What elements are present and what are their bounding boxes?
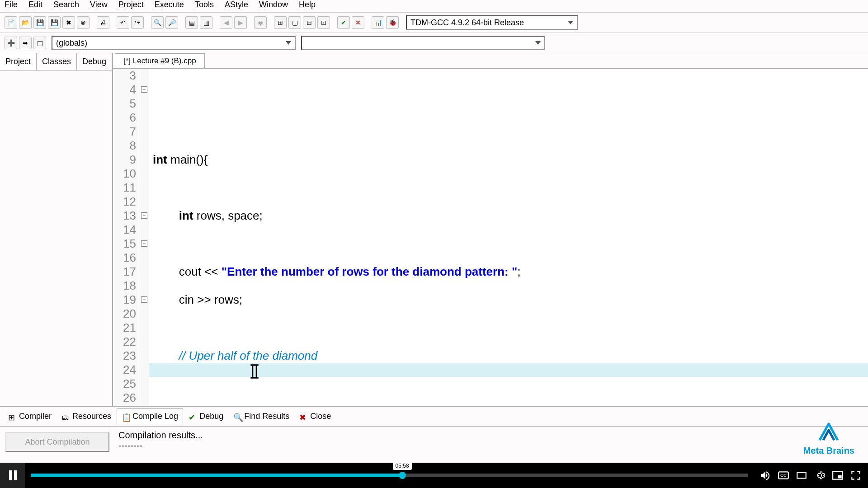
- toolbar-main: 📄 📂 💾 💾 ✖ ⊗ 🖨 ↶ ↷ 🔍 🔎 ▤ ▥ ◀ ▶ ◉ ⊞ ▢ ⊟ ⊡ …: [0, 12, 868, 33]
- scope-globals-label: (globals): [56, 38, 87, 48]
- bottom-tab-close[interactable]: ✖ Close: [295, 408, 335, 424]
- svg-rect-4: [838, 475, 842, 479]
- volume-icon[interactable]: [760, 469, 771, 481]
- find-button[interactable]: 🔍: [151, 16, 164, 29]
- bottom-tab-compiler[interactable]: ⊞ Compiler: [4, 408, 56, 424]
- menu-file[interactable]: File: [5, 0, 18, 9]
- fullscreen-icon[interactable]: [850, 469, 862, 481]
- goto-button[interactable]: ▤: [185, 16, 198, 29]
- compile-button[interactable]: ⊞: [274, 16, 287, 29]
- redo-button[interactable]: ↷: [131, 16, 144, 29]
- scope-globals-dropdown[interactable]: (globals): [52, 36, 296, 50]
- code-content[interactable]: int main(){ int rows, space; cout << "En…: [149, 69, 868, 406]
- fold-column: − − − −: [140, 69, 149, 406]
- watermark-text: Meta Brains: [803, 446, 854, 456]
- chevron-down-icon: [535, 41, 541, 45]
- line-number-gutter: 3456789101112131415161718192021222324252…: [113, 69, 140, 406]
- close-icon: ✖: [299, 413, 307, 421]
- side-tab-debug[interactable]: Debug: [77, 53, 112, 70]
- add-file-button[interactable]: ➡: [19, 37, 32, 49]
- video-progress-thumb[interactable]: [399, 472, 406, 479]
- undo-button[interactable]: ↶: [117, 16, 129, 29]
- fold-toggle-icon[interactable]: −: [141, 212, 147, 219]
- bottom-tab-resources[interactable]: 🗂 Resources: [57, 408, 116, 424]
- toolbar-scope: ➕ ➡ ◫ (globals): [0, 33, 868, 53]
- side-panel: Project Classes Debug: [0, 53, 113, 406]
- print-button[interactable]: 🖨: [97, 16, 109, 29]
- pause-icon: [9, 470, 17, 480]
- grid-icon: ⊞: [8, 413, 16, 421]
- pip-icon[interactable]: [832, 469, 844, 481]
- side-tab-classes[interactable]: Classes: [37, 53, 77, 70]
- menu-astyle[interactable]: AStyle: [225, 0, 248, 9]
- forward-button[interactable]: ▶: [234, 16, 247, 29]
- chevron-down-icon: [286, 41, 291, 45]
- debug-toggle-button[interactable]: 🐞: [386, 16, 399, 29]
- bottom-tab-bar: ⊞ Compiler 🗂 Resources 📋 Compile Log ✔ D…: [0, 406, 868, 427]
- compile-output-text: Compilation results... --------: [115, 427, 868, 463]
- side-tab-project[interactable]: Project: [0, 53, 37, 70]
- abort-compilation-button[interactable]: Abort Compilation: [5, 432, 109, 452]
- menu-view[interactable]: View: [90, 0, 108, 9]
- menu-search[interactable]: Search: [53, 0, 79, 9]
- svg-rect-2: [797, 473, 806, 479]
- video-progress-track[interactable]: 05:58: [31, 474, 748, 477]
- editor-area: [*] Lecture #9 (B).cpp 34567891011121314…: [113, 53, 868, 406]
- insert-button[interactable]: ◉: [254, 16, 267, 29]
- new-file-button[interactable]: 📄: [5, 16, 17, 29]
- bottom-tab-compile-log[interactable]: 📋 Compile Log: [117, 408, 183, 424]
- menu-project[interactable]: Project: [118, 0, 144, 9]
- menu-edit[interactable]: Edit: [28, 0, 42, 9]
- profile-analysis-button[interactable]: 📊: [372, 16, 384, 29]
- mouse-cursor-icon: [249, 363, 260, 381]
- new-project-button[interactable]: ➕: [5, 37, 17, 49]
- menu-execute[interactable]: Execute: [155, 0, 184, 9]
- compile-run-button[interactable]: ⊟: [303, 16, 316, 29]
- close-file-button[interactable]: ✖: [62, 16, 75, 29]
- bookmark-button[interactable]: ◫: [33, 37, 46, 49]
- video-time-tooltip: 05:58: [393, 462, 412, 470]
- check-button[interactable]: ✔: [337, 16, 350, 29]
- video-control-bar: 05:58 CC: [0, 463, 868, 488]
- check-icon: ✔: [189, 413, 197, 421]
- bottom-tab-find-results[interactable]: 🔍 Find Results: [229, 408, 294, 424]
- svg-text:CC: CC: [780, 473, 787, 478]
- compiler-dropdown-label: TDM-GCC 4.9.2 64-bit Release: [410, 18, 524, 28]
- settings-icon[interactable]: [814, 469, 826, 481]
- cancel-button[interactable]: ✖: [352, 16, 364, 29]
- close-all-button[interactable]: ⊗: [77, 16, 90, 29]
- menu-tools[interactable]: Tools: [195, 0, 214, 9]
- menu-help[interactable]: Help: [299, 0, 316, 9]
- cube-icon: 🗂: [61, 413, 70, 421]
- fold-toggle-icon[interactable]: −: [141, 296, 147, 303]
- scope-function-dropdown[interactable]: [301, 36, 545, 50]
- fold-toggle-icon[interactable]: −: [141, 86, 147, 93]
- back-button[interactable]: ◀: [220, 16, 232, 29]
- main-area: Project Classes Debug [*] Lecture #9 (B)…: [0, 53, 868, 406]
- replace-button[interactable]: 🔎: [165, 16, 178, 29]
- save-button[interactable]: 💾: [33, 16, 46, 29]
- code-editor[interactable]: 3456789101112131415161718192021222324252…: [113, 69, 868, 406]
- menu-window[interactable]: Window: [259, 0, 288, 9]
- bottom-tab-debug[interactable]: ✔ Debug: [184, 408, 228, 424]
- run-button[interactable]: ▢: [288, 16, 301, 29]
- captions-icon[interactable]: CC: [778, 469, 789, 481]
- file-tab-active[interactable]: [*] Lecture #9 (B).cpp: [115, 53, 205, 68]
- rebuild-button[interactable]: ⊡: [317, 16, 330, 29]
- chevron-down-icon: [568, 21, 573, 24]
- open-file-button[interactable]: 📂: [19, 16, 32, 29]
- save-all-button[interactable]: 💾: [48, 16, 61, 29]
- meta-brains-logo-icon: [815, 420, 842, 442]
- compiler-dropdown[interactable]: TDM-GCC 4.9.2 64-bit Release: [406, 15, 578, 30]
- watermark: Meta Brains: [803, 420, 854, 456]
- pause-button[interactable]: [0, 463, 25, 488]
- quality-icon[interactable]: [796, 469, 807, 481]
- log-icon: 📋: [122, 413, 130, 421]
- search-icon: 🔍: [233, 413, 241, 421]
- fold-toggle-icon[interactable]: −: [141, 240, 147, 247]
- menu-bar: File Edit Search View Project Execute To…: [0, 0, 868, 12]
- compile-output-panel: Abort Compilation Compilation results...…: [0, 427, 868, 463]
- goto-line-button[interactable]: ▥: [200, 16, 212, 29]
- video-progress-fill: [31, 474, 402, 477]
